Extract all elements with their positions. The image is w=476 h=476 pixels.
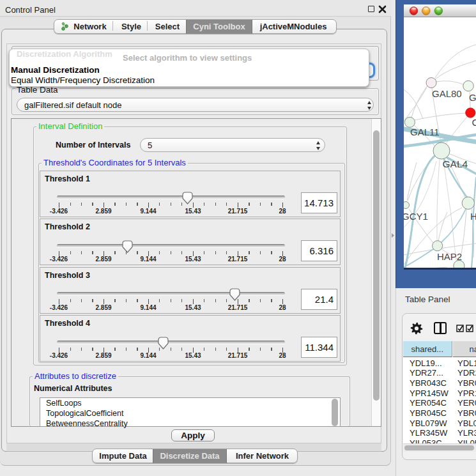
svg-text:H: H bbox=[470, 211, 476, 222]
svg-text:GAL80: GAL80 bbox=[432, 88, 462, 99]
svg-text:C: C bbox=[472, 117, 476, 128]
svg-text:HAP2: HAP2 bbox=[437, 251, 462, 262]
svg-text:GCY1: GCY1 bbox=[404, 211, 428, 222]
svg-text:GAL4: GAL4 bbox=[443, 158, 468, 169]
svg-text:GAL11: GAL11 bbox=[410, 127, 440, 137]
svg-text:G...: G... bbox=[469, 92, 476, 103]
